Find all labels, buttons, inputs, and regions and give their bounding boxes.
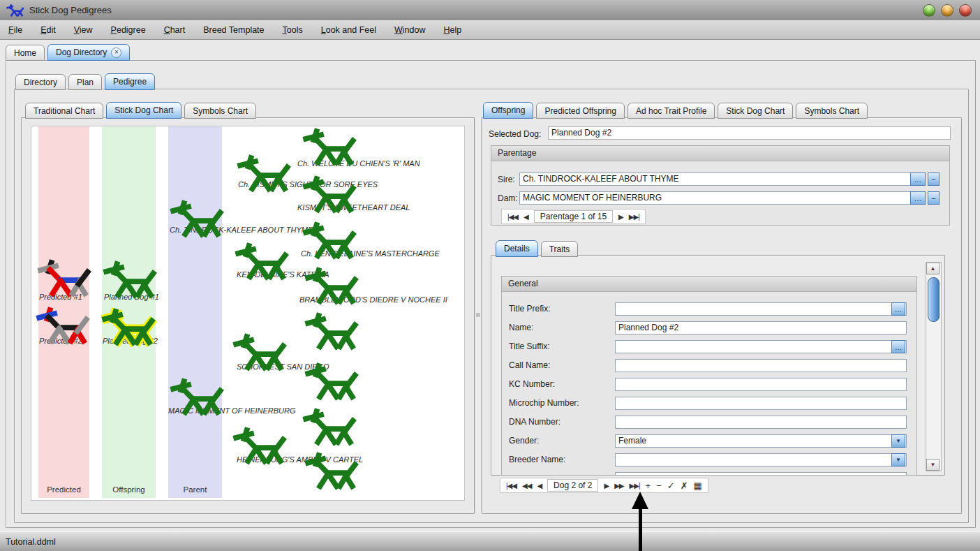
gender-field[interactable]: Female — [615, 434, 907, 448]
tab-dog-directory[interactable]: Dog Directory✕ — [47, 44, 130, 61]
title-prefix-lookup-button[interactable]: … — [891, 302, 905, 316]
field-label-kc-number: KC Number: — [509, 379, 555, 389]
sire-field[interactable]: Ch. TINDROCK-KALEEF ABOUT THYME — [519, 172, 912, 186]
main-tab-bar: HomeDog Directory✕ — [6, 44, 130, 61]
stick-dog-planned-dog-2[interactable] — [102, 309, 154, 344]
parentage-prev-button[interactable]: ◀ — [524, 213, 528, 221]
selected-dog-label: Selected Dog: — [489, 129, 541, 139]
dam-remove-button[interactable]: − — [928, 191, 940, 205]
menu-edit[interactable]: Edit — [40, 25, 56, 35]
stick-dog-unnamed-dog-1[interactable] — [305, 313, 357, 348]
dog-prev-button[interactable]: ◀ — [537, 482, 542, 490]
dog-last-button[interactable]: ▶▶| — [630, 482, 640, 490]
menu-tools[interactable]: Tools — [283, 25, 303, 35]
stick-dog-bramblewood-s-diedre-v-nochee-ii[interactable] — [305, 267, 357, 303]
field-label-title-suffix: Title Suffix: — [509, 341, 550, 351]
title-prefix-field[interactable] — [615, 302, 907, 316]
scroll-down-button[interactable]: ▼ — [926, 459, 940, 471]
tab-symbols-chart[interactable]: Symbols Chart — [184, 103, 256, 119]
close-button[interactable] — [959, 4, 972, 17]
dna-number-field[interactable] — [615, 416, 907, 429]
close-tab-icon[interactable]: ✕ — [111, 47, 121, 58]
details-scrollbar[interactable]: ▲ ▼ — [926, 262, 942, 471]
panel-splitter[interactable] — [475, 117, 482, 513]
menu-look-and-feel[interactable]: Look and Feel — [321, 25, 376, 35]
detail-tab-bar: DetailsTraits — [496, 240, 578, 257]
parentage-group: Parentage Sire: Ch. TINDROCK-KALEEF ABOU… — [491, 145, 950, 226]
left-chart-tab-bar: Traditional ChartStick Dog ChartSymbols … — [25, 102, 256, 119]
scrollbar-thumb[interactable] — [928, 277, 940, 322]
dog-forward-button[interactable]: ▶▶ — [614, 482, 623, 490]
field-label-breeder-name: Breeder Name: — [509, 455, 565, 464]
breeder-name-dropdown-button[interactable]: ▼ — [891, 453, 905, 466]
dam-field[interactable]: MAGIC MOMENT OF HEINERBURG — [519, 191, 912, 205]
stick-dog-predicted-2[interactable] — [36, 307, 88, 343]
delete-dog-button[interactable]: − — [656, 480, 662, 491]
gender-dropdown-button[interactable]: ▼ — [891, 434, 905, 448]
stick-dog-planned-dog-1[interactable] — [103, 261, 155, 297]
stick-dog-kismet-s-sweetheart-deal[interactable] — [303, 176, 355, 212]
maximize-button[interactable] — [941, 4, 953, 17]
stick-dog-heinerburg-s-amber-v-cartel[interactable] — [233, 427, 285, 463]
grid-view-button[interactable]: ▦ — [694, 480, 702, 491]
dog-first-button[interactable]: |◀◀ — [506, 482, 517, 490]
dog-next-button[interactable]: ▶ — [604, 482, 609, 490]
name-field[interactable]: Planned Dog #2 — [615, 321, 907, 335]
minimize-button[interactable] — [923, 4, 935, 17]
menu-breed-template[interactable]: Breed Template — [203, 25, 264, 35]
title-suffix-field[interactable] — [615, 340, 907, 353]
menu-help[interactable]: Help — [443, 25, 461, 35]
breeder-name-field[interactable] — [615, 453, 907, 466]
tab-traits[interactable]: Traits — [541, 241, 579, 257]
scroll-up-button[interactable]: ▲ — [926, 263, 940, 274]
sire-remove-button[interactable]: − — [928, 172, 940, 186]
parentage-last-button[interactable]: ▶▶| — [629, 213, 639, 221]
tab-directory[interactable]: Directory — [15, 74, 66, 90]
tab-symbols-chart[interactable]: Symbols Chart — [796, 103, 868, 119]
tab-predicted-offspring[interactable]: Predicted Offspring — [536, 103, 625, 119]
title-suffix-lookup-button[interactable]: … — [891, 340, 905, 353]
sire-label: Sire: — [498, 175, 515, 184]
stick-dog-ch-welove-du-chien-s-r-man[interactable] — [303, 128, 355, 164]
dog-rewind-button[interactable]: ◀◀ — [522, 482, 531, 490]
tab-plan[interactable]: Plan — [68, 74, 102, 90]
window-title: Stick Dog Pedigrees — [29, 5, 112, 15]
stick-dog-unnamed-dog-4[interactable] — [305, 453, 357, 488]
tab-ad-hoc-trait-profile[interactable]: Ad hoc Trait Profile — [628, 103, 715, 119]
tab-traditional-chart[interactable]: Traditional Chart — [25, 103, 103, 119]
tab-stick-dog-chart[interactable]: Stick Dog Chart — [718, 103, 793, 119]
tab-offspring[interactable]: Offspring — [483, 102, 533, 119]
field-label-title-prefix: Title Prefix: — [509, 304, 551, 314]
stick-dog-ch-ken-delaine-s-mastercharge[interactable] — [303, 222, 355, 258]
stick-dog-schokrest-san-diego[interactable] — [233, 334, 285, 369]
stick-dog-ch-kismet-s-sight-for-sore-eyes[interactable] — [237, 155, 289, 191]
cancel-button[interactable]: ✗ — [681, 480, 688, 491]
tab-pedigree[interactable]: Pedigree — [105, 73, 155, 90]
tab-home[interactable]: Home — [6, 45, 45, 61]
menu-pedigree[interactable]: Pedigree — [111, 25, 146, 35]
sire-lookup-button[interactable]: … — [910, 172, 926, 186]
stick-dog-chart[interactable]: PredictedOffspringParentPredicted #1Pred… — [31, 126, 465, 501]
stick-dog-unnamed-dog-3[interactable] — [303, 409, 355, 444]
dog-count-field: Dog 2 of 2 — [547, 479, 598, 492]
stick-dog-magic-moment-of-heinerburg[interactable] — [170, 379, 222, 414]
selected-dog-field[interactable]: Planned Dog #2 — [548, 126, 951, 140]
menu-file[interactable]: File — [8, 25, 22, 35]
parentage-first-button[interactable]: |◀◀ — [507, 213, 518, 221]
call-name-field[interactable] — [615, 359, 907, 372]
menu-window[interactable]: Window — [394, 25, 425, 35]
stick-dog-unnamed-dog-2[interactable] — [305, 363, 357, 399]
stick-dog-predicted-1[interactable] — [38, 260, 89, 295]
add-dog-button[interactable]: + — [646, 480, 651, 491]
tab-stick-dog-chart[interactable]: Stick Dog Chart — [106, 102, 181, 119]
confirm-button[interactable]: ✓ — [667, 480, 675, 491]
microchip-number-field[interactable] — [615, 397, 907, 410]
kc-number-field[interactable] — [615, 378, 907, 391]
tab-details[interactable]: Details — [496, 240, 538, 257]
menu-view[interactable]: View — [74, 25, 93, 35]
stick-dog-ken-delaine-s-katrina[interactable] — [235, 243, 287, 279]
stick-dog-ch-tindrock-kaleef-about-thyme[interactable] — [170, 200, 222, 236]
parentage-next-button[interactable]: ▶ — [618, 213, 623, 221]
dam-lookup-button[interactable]: … — [910, 191, 926, 205]
menu-chart[interactable]: Chart — [164, 25, 186, 35]
